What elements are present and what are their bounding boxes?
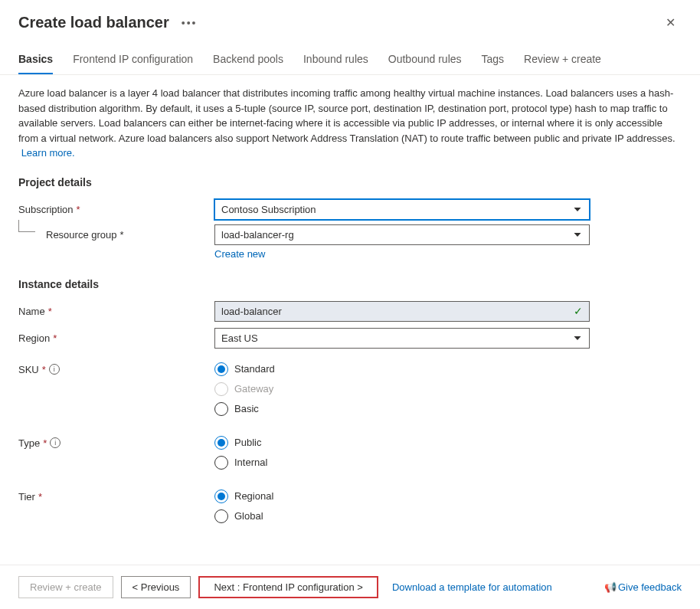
required-marker: *	[38, 491, 42, 503]
label-text: Tier	[18, 491, 35, 503]
tab-label: Frontend IP configuration	[73, 53, 193, 65]
label-text: SKU	[18, 364, 39, 375]
label-text: Type	[18, 437, 40, 449]
radio-label: Standard	[234, 363, 275, 375]
tab-label: Inbound rules	[303, 53, 368, 65]
row-type: Type* i Public Internal	[18, 433, 682, 473]
label-tier: Tier*	[18, 486, 214, 503]
section-instance-details: Instance details	[18, 278, 682, 290]
section-project-details: Project details	[18, 176, 682, 188]
tab-label: Backend pools	[213, 53, 283, 65]
resource-group-dropdown[interactable]: load-balancer-rg	[214, 224, 590, 245]
tab-label: Tags	[482, 53, 505, 65]
review-create-button: Review + create	[18, 576, 113, 598]
tier-radio-regional[interactable]: Regional	[214, 486, 590, 506]
sku-radio-basic[interactable]: Basic	[214, 399, 590, 419]
radio-label: Global	[234, 510, 263, 522]
learn-more-link[interactable]: Learn more.	[21, 147, 75, 159]
name-field[interactable]: load-balancer ✓	[214, 301, 590, 322]
required-marker: *	[120, 229, 124, 241]
label-text: Subscription	[18, 204, 74, 215]
indent-bracket-icon	[18, 220, 35, 232]
footer-bar: Review + create < Previous Next : Fronte…	[0, 565, 700, 609]
required-marker: *	[48, 306, 52, 317]
radio-label: Public	[234, 437, 261, 448]
input-value: load-balancer	[221, 306, 282, 317]
type-radio-public[interactable]: Public	[214, 433, 590, 453]
close-icon[interactable]: ✕	[659, 12, 682, 33]
wizard-tabs: Basics Frontend IP configuration Backend…	[0, 41, 700, 75]
body-content: Azure load balancer is a layer 4 load ba…	[0, 75, 700, 550]
label-resource-group: Resource group*	[18, 224, 214, 241]
previous-button[interactable]: < Previous	[121, 576, 191, 598]
region-dropdown[interactable]: East US	[214, 328, 590, 349]
download-template-link[interactable]: Download a template for automation	[392, 581, 552, 593]
dropdown-value: load-balancer-rg	[221, 229, 294, 241]
link-text: Give feedback	[618, 581, 682, 593]
radio-label: Internal	[234, 457, 267, 468]
sku-radio-gateway: Gateway	[214, 379, 590, 399]
required-marker: *	[42, 364, 46, 375]
label-name: Name*	[18, 301, 214, 317]
radio-icon	[214, 402, 228, 416]
radio-label: Gateway	[234, 383, 273, 395]
radio-icon	[214, 362, 228, 376]
info-icon[interactable]: i	[49, 364, 60, 375]
radio-icon	[214, 436, 228, 450]
label-region: Region*	[18, 328, 214, 344]
next-button[interactable]: Next : Frontend IP configuration >	[198, 576, 378, 598]
blade-header: Create load balancer ••• ✕	[0, 0, 700, 41]
tier-radio-global[interactable]: Global	[214, 506, 590, 526]
sku-radio-standard[interactable]: Standard	[214, 359, 590, 379]
radio-label: Basic	[234, 403, 259, 414]
row-region: Region* East US	[18, 328, 682, 349]
create-new-link[interactable]: Create new	[214, 248, 265, 260]
ellipsis-icon[interactable]: •••	[182, 17, 198, 29]
radio-icon	[214, 509, 228, 523]
tab-basics[interactable]: Basics	[18, 53, 53, 74]
row-subscription: Subscription* Contoso Subscription	[18, 199, 682, 220]
type-radio-internal[interactable]: Internal	[214, 453, 590, 473]
label-subscription: Subscription*	[18, 199, 214, 215]
row-sku: SKU* i Standard Gateway Basic	[18, 359, 682, 419]
required-marker: *	[77, 204, 80, 215]
label-sku: SKU* i	[18, 359, 214, 375]
tab-review-create[interactable]: Review + create	[524, 53, 601, 74]
page-title: Create load balancer	[18, 14, 169, 31]
valid-check-icon: ✓	[574, 305, 583, 317]
tab-label: Outbound rules	[388, 53, 462, 65]
label-text: Name	[18, 306, 45, 317]
label-text: Region	[18, 332, 50, 344]
label-type: Type* i	[18, 433, 214, 449]
tab-label: Basics	[18, 53, 53, 65]
tab-backend-pools[interactable]: Backend pools	[213, 53, 283, 74]
megaphone-icon: 📢	[604, 581, 617, 593]
row-name: Name* load-balancer ✓	[18, 301, 682, 322]
radio-icon	[214, 456, 228, 470]
give-feedback-link[interactable]: 📢Give feedback	[604, 581, 682, 593]
row-tier: Tier* Regional Global	[18, 486, 682, 526]
label-text: Resource group	[46, 229, 117, 241]
dropdown-value: Contoso Subscription	[221, 204, 316, 215]
tab-inbound-rules[interactable]: Inbound rules	[303, 53, 368, 74]
row-resource-group: Resource group* load-balancer-rg Create …	[18, 224, 682, 260]
info-icon[interactable]: i	[50, 437, 61, 448]
dropdown-value: East US	[221, 332, 258, 344]
radio-icon	[214, 489, 228, 503]
subscription-dropdown[interactable]: Contoso Subscription	[214, 199, 590, 220]
description-text: Azure load balancer is a layer 4 load ba…	[18, 86, 682, 161]
tab-outbound-rules[interactable]: Outbound rules	[388, 53, 462, 74]
required-marker: *	[43, 437, 47, 449]
radio-icon	[214, 382, 228, 396]
tab-tags[interactable]: Tags	[482, 53, 505, 74]
tab-label: Review + create	[524, 53, 601, 65]
radio-label: Regional	[234, 490, 273, 502]
tab-frontend-ip[interactable]: Frontend IP configuration	[73, 53, 193, 74]
description-body: Azure load balancer is a layer 4 load ba…	[18, 87, 675, 144]
required-marker: *	[53, 332, 57, 344]
